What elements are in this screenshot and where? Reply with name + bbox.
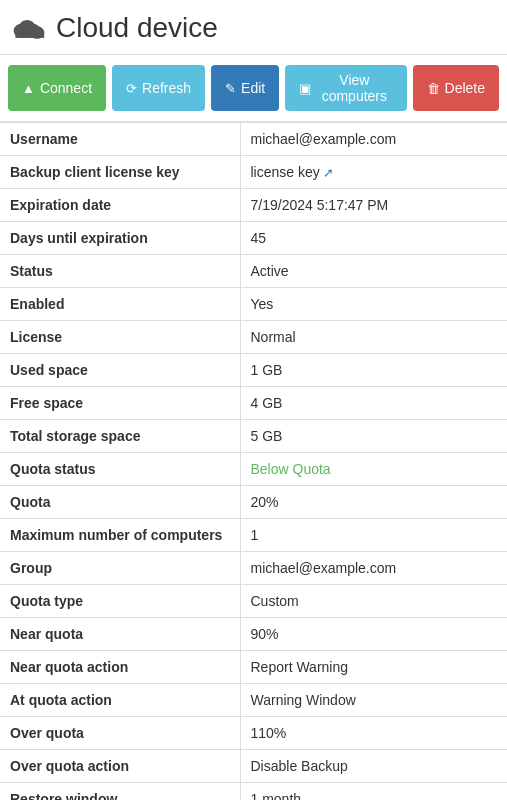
row-label: Maximum number of computers bbox=[0, 519, 240, 552]
row-value: Below Quota bbox=[240, 453, 507, 486]
row-value: 1 bbox=[240, 519, 507, 552]
table-row: Near quota90% bbox=[0, 618, 507, 651]
trash-icon: 🗑 bbox=[427, 81, 440, 96]
table-row: Total storage space5 GB bbox=[0, 420, 507, 453]
external-link-icon[interactable]: ➚ bbox=[323, 165, 334, 180]
table-row: StatusActive bbox=[0, 255, 507, 288]
row-value: 5 GB bbox=[240, 420, 507, 453]
table-row: Quota statusBelow Quota bbox=[0, 453, 507, 486]
table-row: Near quota actionReport Warning bbox=[0, 651, 507, 684]
row-label: Near quota action bbox=[0, 651, 240, 684]
table-row: LicenseNormal bbox=[0, 321, 507, 354]
row-label: Enabled bbox=[0, 288, 240, 321]
row-value: 90% bbox=[240, 618, 507, 651]
row-label: Group bbox=[0, 552, 240, 585]
row-label: License bbox=[0, 321, 240, 354]
table-row: Over quota actionDisable Backup bbox=[0, 750, 507, 783]
table-row: Used space1 GB bbox=[0, 354, 507, 387]
delete-button[interactable]: 🗑 Delete bbox=[413, 65, 499, 111]
row-label: Username bbox=[0, 123, 240, 156]
row-value: 4 GB bbox=[240, 387, 507, 420]
refresh-icon: ⟳ bbox=[126, 81, 137, 96]
row-label: Quota bbox=[0, 486, 240, 519]
row-value: 7/19/2024 5:17:47 PM bbox=[240, 189, 507, 222]
connect-icon: ▲ bbox=[22, 81, 35, 96]
row-label: Free space bbox=[0, 387, 240, 420]
row-value: 20% bbox=[240, 486, 507, 519]
row-label: Over quota bbox=[0, 717, 240, 750]
row-label: Expiration date bbox=[0, 189, 240, 222]
row-label: Restore window bbox=[0, 783, 240, 801]
row-label: Total storage space bbox=[0, 420, 240, 453]
cloud-icon bbox=[10, 14, 46, 42]
table-row: Quota typeCustom bbox=[0, 585, 507, 618]
page-title: Cloud device bbox=[56, 12, 218, 44]
connect-button[interactable]: ▲ Connect bbox=[8, 65, 106, 111]
row-label: Days until expiration bbox=[0, 222, 240, 255]
row-value: Normal bbox=[240, 321, 507, 354]
info-table: Usernamemichael@example.comBackup client… bbox=[0, 122, 507, 800]
row-label: At quota action bbox=[0, 684, 240, 717]
row-value: 110% bbox=[240, 717, 507, 750]
row-label: Used space bbox=[0, 354, 240, 387]
monitor-icon: ▣ bbox=[299, 81, 311, 96]
refresh-button[interactable]: ⟳ Refresh bbox=[112, 65, 205, 111]
row-value: Active bbox=[240, 255, 507, 288]
svg-rect-4 bbox=[15, 31, 44, 38]
table-row: Maximum number of computers1 bbox=[0, 519, 507, 552]
table-row: Over quota110% bbox=[0, 717, 507, 750]
table-row: Expiration date7/19/2024 5:17:47 PM bbox=[0, 189, 507, 222]
row-value: michael@example.com bbox=[240, 552, 507, 585]
row-value: Disable Backup bbox=[240, 750, 507, 783]
page-header: Cloud device bbox=[0, 0, 507, 55]
table-row: Free space4 GB bbox=[0, 387, 507, 420]
edit-label: Edit bbox=[241, 80, 265, 96]
row-value: michael@example.com bbox=[240, 123, 507, 156]
row-value: Custom bbox=[240, 585, 507, 618]
toolbar: ▲ Connect ⟳ Refresh ✎ Edit ▣ View comput… bbox=[0, 55, 507, 122]
table-row: Backup client license keylicense key➚ bbox=[0, 156, 507, 189]
row-label: Backup client license key bbox=[0, 156, 240, 189]
table-row: At quota actionWarning Window bbox=[0, 684, 507, 717]
quota-status-value: Below Quota bbox=[251, 461, 331, 477]
row-label: Over quota action bbox=[0, 750, 240, 783]
edit-button[interactable]: ✎ Edit bbox=[211, 65, 279, 111]
table-row: Groupmichael@example.com bbox=[0, 552, 507, 585]
row-label: Quota status bbox=[0, 453, 240, 486]
row-value: 1 month bbox=[240, 783, 507, 801]
row-value: Report Warning bbox=[240, 651, 507, 684]
table-row: Quota20% bbox=[0, 486, 507, 519]
connect-label: Connect bbox=[40, 80, 92, 96]
view-computers-label: View computers bbox=[316, 72, 392, 104]
refresh-label: Refresh bbox=[142, 80, 191, 96]
row-value: Warning Window bbox=[240, 684, 507, 717]
row-value: Yes bbox=[240, 288, 507, 321]
row-label: Status bbox=[0, 255, 240, 288]
row-label: Quota type bbox=[0, 585, 240, 618]
table-row: Days until expiration45 bbox=[0, 222, 507, 255]
table-row: EnabledYes bbox=[0, 288, 507, 321]
table-row: Restore window1 month bbox=[0, 783, 507, 801]
delete-label: Delete bbox=[445, 80, 485, 96]
row-value: 45 bbox=[240, 222, 507, 255]
row-label: Near quota bbox=[0, 618, 240, 651]
view-computers-button[interactable]: ▣ View computers bbox=[285, 65, 406, 111]
table-row: Usernamemichael@example.com bbox=[0, 123, 507, 156]
edit-icon: ✎ bbox=[225, 81, 236, 96]
row-value: 1 GB bbox=[240, 354, 507, 387]
row-value[interactable]: license key➚ bbox=[240, 156, 507, 189]
